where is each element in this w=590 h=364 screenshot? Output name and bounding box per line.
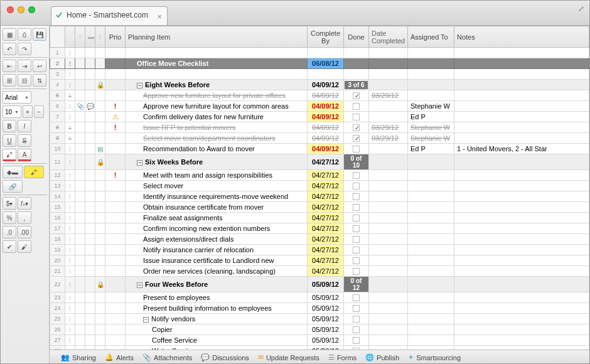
minimize-window-button[interactable] [18,6,24,13]
browser-tab[interactable]: Home - Smartsheet.com × [51,6,168,25]
table-row[interactable]: 23⫶Present to employees05/09/12 [50,292,589,303]
table-row[interactable]: 21⫶Order new services (cleaning, landsca… [50,266,589,277]
table-row[interactable]: 25⫶−Notify vendors05/09/12 [50,314,589,324]
done-checkbox[interactable] [353,326,360,333]
table-row[interactable]: 27⫶Coffee Service05/09/12 [50,335,589,346]
forms-tab[interactable]: ☰Forms [328,353,357,361]
publish-tab[interactable]: 🌐Publish [365,353,399,361]
done-checkbox[interactable] [353,92,360,99]
close-window-button[interactable] [7,6,14,13]
table-row[interactable]: 12⫶!Meet with team and assign responsibi… [50,170,589,181]
collapse-icon[interactable]: − [143,317,149,323]
highlight-button[interactable]: 🖍 [24,166,44,178]
done-checkbox[interactable] [353,172,360,179]
col-notes[interactable]: Notes [454,26,589,48]
alerts-tab[interactable]: 🔔Alerts [105,353,134,361]
table-row[interactable]: 26⫶Copier05/09/12 [50,324,589,335]
done-checkbox[interactable] [353,305,360,312]
percent-button[interactable]: % [3,211,16,224]
done-checkbox[interactable] [353,146,360,153]
table-row[interactable]: 3⫶ [50,69,589,80]
col-prio[interactable]: Prio [105,26,126,48]
col-done[interactable]: Done [344,26,369,48]
attachment-icon[interactable]: 📎 [77,103,84,110]
done-checkbox[interactable] [353,294,360,301]
table-row[interactable]: 15⫶Obtain insurance certificate from mov… [50,202,589,213]
done-checkbox[interactable] [353,124,360,131]
font-increase-button[interactable]: + [23,105,33,118]
attachments-tab[interactable]: 📎Attachments [142,353,192,361]
italic-button[interactable]: I [18,120,31,132]
table-row[interactable]: 7⫶⚠Confirm delivery dates for new furnit… [50,112,589,122]
col-planning[interactable]: Planning Item [126,26,308,48]
table-row[interactable]: 24⫶Present building information to emplo… [50,303,589,314]
sharing-tab[interactable]: 👥Sharing [61,353,96,361]
title-row[interactable]: 2⫶Office Move Checklist06/08/12 [50,58,589,69]
table-row[interactable]: 6⫶📎💬!Approve new furniture layout for co… [50,101,589,112]
table-row[interactable]: 8⫶!Issue RFP to potential movers04/09/12… [50,122,589,133]
function-button[interactable]: fₓ▾ [18,197,31,210]
discussion-icon[interactable]: 💬 [87,103,94,110]
format-painter-button[interactable]: ✔ [3,240,16,253]
underline-button[interactable]: U [3,134,16,147]
done-checkbox[interactable] [353,183,360,190]
table-row[interactable]: 5⫶Approve new furniture layout for priva… [50,90,589,101]
conditional-format-button[interactable]: ◆▬ [3,166,23,178]
font-size-select[interactable]: 10▼ [3,105,21,118]
done-checkbox[interactable] [353,247,360,254]
table-row[interactable]: 14⫶Identify insurance requirements-move … [50,191,589,202]
table-row[interactable]: 19⫶Notify insurance carrier of relocatio… [50,245,589,255]
grid[interactable]: ⫶▬⫶ Prio Planning Item Complete By Done … [50,26,589,350]
maximize-window-button[interactable] [28,6,35,13]
done-checkbox[interactable] [353,114,360,120]
redo-button[interactable]: ↷ [18,43,31,55]
sort-button[interactable]: ⇅ [33,74,46,87]
table-row[interactable]: 9⫶Select move team/department coordinato… [50,133,589,144]
new-button[interactable]: ▦ [3,28,16,41]
done-checkbox[interactable] [353,225,360,232]
tab-close-icon[interactable]: × [157,12,162,21]
font-decrease-button[interactable]: − [34,105,44,118]
col-complete-by[interactable]: Complete By [308,26,344,48]
done-checkbox[interactable] [353,316,360,323]
text-color-button[interactable]: A [18,149,31,161]
table-row[interactable]: 17⫶Confirm incoming new extention number… [50,223,589,234]
table-row[interactable]: 10⫶▤Recommendation to Award to mover04/0… [50,144,589,154]
font-select[interactable]: Arial▼ [3,91,31,104]
done-checkbox[interactable] [353,257,360,264]
done-checkbox[interactable] [353,268,360,275]
decimal-dec-button[interactable]: .0 [3,226,16,238]
link-button[interactable]: 🔗 [3,180,23,193]
done-checkbox[interactable] [353,204,360,211]
outdent-button[interactable]: ⇤ [3,60,16,72]
done-checkbox[interactable] [353,236,360,243]
discussions-tab[interactable]: 💬Discussions [201,353,249,361]
collapse-icon[interactable]: − [137,83,142,88]
delete-row-button[interactable]: ⊟ [18,74,31,87]
done-checkbox[interactable] [353,135,360,142]
done-checkbox[interactable] [353,215,360,222]
section-row[interactable]: 11⫶🔒−Six Weeks Before04/27/120 of 10 [50,154,589,170]
section-row[interactable]: 22⫶🔒−Four Weeks Before05/09/120 of 12 [50,277,589,292]
fill-color-button[interactable]: 🖍 [3,149,16,161]
section-row[interactable]: 4⫶🔒−Eight Weeks Before04/09/123 of 6 [50,80,589,90]
table-row[interactable]: 1⫶ [50,48,589,58]
insert-row-button[interactable]: ⊞ [3,74,16,87]
wrap-button[interactable]: ↩ [33,60,46,72]
smartsourcing-tab[interactable]: ✦Smartsourcing [408,353,461,361]
table-row[interactable]: 16⫶Finalize seat assignments04/27/12 [50,213,589,223]
strike-button[interactable]: S [18,134,31,147]
collapse-icon[interactable]: − [137,282,142,288]
done-checkbox[interactable] [353,103,360,110]
print-button[interactable]: ⎙ [18,28,31,41]
table-row[interactable]: 20⫶Issue insurance certificate to Landlo… [50,255,589,266]
undo-button[interactable]: ↶ [3,43,16,55]
bold-button[interactable]: B [3,120,16,132]
clear-format-button[interactable]: 🖌 [18,240,31,253]
col-date-completed[interactable]: Date Completed [369,26,408,48]
updates-tab[interactable]: ✉Update Requests [258,353,319,361]
save-button[interactable]: 💾 [33,28,46,41]
done-checkbox[interactable] [353,337,360,344]
indent-button[interactable]: ⇥ [18,60,31,72]
decimal-inc-button[interactable]: .00 [18,226,31,238]
